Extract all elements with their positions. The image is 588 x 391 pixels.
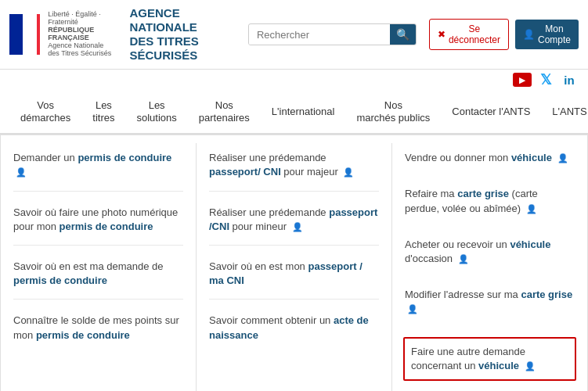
logo-title-block: AGENCE NATIONALE DES TITRES SÉCURISÉS	[129, 6, 235, 63]
nav-item-solutions[interactable]: Lessolutions	[125, 90, 187, 133]
user-icon-7: 👤	[407, 304, 418, 314]
user-icon-2: 👤	[343, 167, 354, 177]
col-vehicule: Vendre ou donner mon véhicule 👤 Refaire …	[392, 143, 587, 391]
menu-item-vendre-vehicule[interactable]: Vendre ou donner mon véhicule 👤	[405, 151, 575, 176]
header: Liberté · Égalité · Fraternité RÉPUBLIQU…	[0, 0, 588, 70]
nav-item-international[interactable]: L'international	[261, 96, 346, 127]
menu-item-demande-permis[interactable]: Savoir où en est ma demande de permis de…	[13, 260, 183, 300]
nav-item-titres[interactable]: Lestitres	[81, 90, 125, 133]
menu-item-suivi-passeport[interactable]: Savoir où en est mon passeport / ma CNI	[209, 260, 379, 300]
logo-text-block: Liberté · Égalité · Fraternité RÉPUBLIQU…	[48, 11, 115, 57]
user-icon-6: 👤	[458, 254, 469, 264]
user-icon-3: 👤	[292, 222, 303, 231]
link-passeport-1: passeport/ CNI	[209, 166, 281, 178]
link-carte-grise-1: carte grise	[457, 188, 509, 199]
user-icon-4: 👤	[557, 153, 568, 163]
user-icon-1: 👤	[16, 167, 27, 177]
link-permis-3: permis de conduire	[13, 274, 107, 286]
menu-item-carte-grise-perdue[interactable]: Refaire ma carte grise (carte perdue, vo…	[405, 187, 575, 226]
link-vehicule-2: véhicule	[510, 239, 550, 250]
agency-title-line1: AGENCE NATIONALE	[129, 6, 235, 34]
search-box: 🔍	[248, 23, 417, 45]
link-permis-4: permis de conduire	[36, 329, 130, 341]
svg-rect-2	[37, 14, 40, 55]
deconnecter-x-icon: ✖	[438, 29, 446, 40]
republic-flag	[9, 14, 40, 55]
nav-item-partenaires[interactable]: Nospartenaires	[188, 90, 261, 133]
link-carte-grise-2: carte grise	[521, 289, 572, 300]
nav-item-demarches[interactable]: Vosdémarches	[9, 90, 81, 133]
menu-item-acheter-vehicule[interactable]: Acheter ou recevoir un véhicule d'occasi…	[405, 238, 575, 277]
menu-item-autre-demande[interactable]: Faire une autre demande concernant un vé…	[403, 337, 576, 381]
linkedin-icon[interactable]: in	[560, 73, 579, 87]
nav-item-recrute[interactable]: L'ANTS recrute	[541, 96, 588, 127]
link-vehicule-1: véhicule	[511, 152, 552, 163]
search-input[interactable]	[249, 25, 390, 45]
menu-item-demander-permis[interactable]: Demander un permis de conduire 👤	[13, 151, 183, 191]
nav-item-marches[interactable]: Nosmarchés publics	[345, 90, 441, 133]
deconnecter-button[interactable]: ✖ Se déconnecter	[429, 19, 509, 50]
search-area: 🔍	[248, 23, 417, 45]
main-nav: Vosdémarches Lestitres Lessolutions Nosp…	[0, 90, 588, 135]
search-icon: 🔍	[396, 28, 409, 41]
menu-item-predemande-mineur[interactable]: Réaliser une prédemande passeport /CNI p…	[209, 206, 379, 246]
deconnecter-label: Se déconnecter	[449, 23, 500, 45]
link-permis-1: permis de conduire	[78, 152, 171, 163]
main-content: Demander un permis de conduire 👤 Savoir …	[0, 135, 588, 391]
svg-rect-1	[23, 14, 37, 55]
social-row: ▶ 𝕏 in	[0, 70, 588, 90]
menu-item-modifier-adresse[interactable]: Modifier l'adresse sur ma carte grise 👤	[405, 288, 575, 327]
user-icon: 👤	[523, 29, 535, 40]
col-passeport: Réaliser une prédemande passeport/ CNI p…	[197, 143, 392, 391]
col-permis: Demander un permis de conduire 👤 Savoir …	[1, 143, 197, 391]
moncompte-label: Mon Compte	[538, 23, 571, 45]
search-button[interactable]: 🔍	[390, 24, 416, 45]
twitter-icon[interactable]: 𝕏	[536, 73, 555, 87]
logo-republic: RÉPUBLIQUE FRANÇAISE	[48, 27, 115, 42]
header-actions: ✖ Se déconnecter 👤 Mon Compte	[429, 19, 579, 50]
user-icon-8: 👤	[525, 361, 536, 371]
menu-item-predemande-majeur[interactable]: Réaliser une prédemande passeport/ CNI p…	[209, 151, 379, 191]
youtube-icon[interactable]: ▶	[513, 73, 532, 87]
logo-tagline: Liberté · Égalité · Fraternité	[48, 11, 115, 27]
link-acte: acte de naissance	[209, 314, 369, 340]
moncompte-button[interactable]: 👤 Mon Compte	[515, 20, 579, 49]
link-passeport-3: passeport / ma CNI	[209, 260, 363, 286]
user-icon-5: 👤	[526, 204, 537, 213]
nav-item-contacter[interactable]: Contacter l'ANTS	[441, 96, 541, 127]
menu-item-photo-permis[interactable]: Savoir où faire une photo numérique pour…	[13, 206, 183, 246]
menu-item-acte-naissance[interactable]: Savoir comment obtenir un acte de naissa…	[209, 314, 379, 353]
link-vehicule-3: véhicule	[478, 360, 519, 371]
agency-title-line2: DES TITRES SÉCURISÉS	[129, 34, 235, 63]
link-permis-2: permis de conduire	[60, 221, 153, 232]
menu-item-solde-permis[interactable]: Connaître le solde de mes points sur mon…	[13, 314, 183, 353]
logo-agency2: des Titres Sécurisés	[48, 50, 111, 58]
svg-rect-0	[9, 14, 23, 55]
logo-area: Liberté · Égalité · Fraternité RÉPUBLIQU…	[9, 6, 236, 63]
